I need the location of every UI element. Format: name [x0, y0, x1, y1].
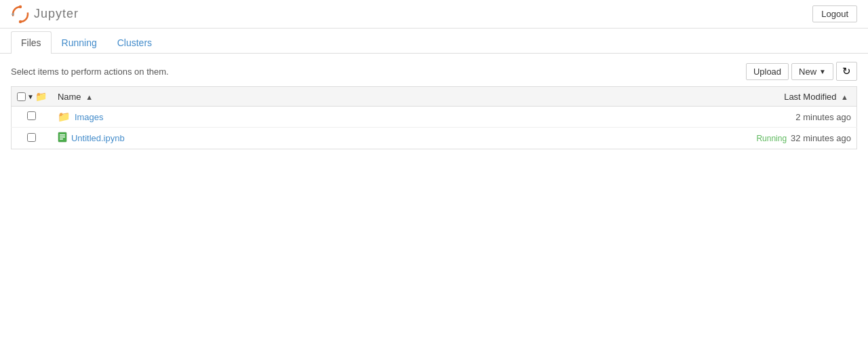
refresh-button[interactable]: ↻ [836, 62, 857, 81]
file-table: ▼ 📁 Name ▲ Last Modified ▲ 📁Images2 minu… [11, 86, 857, 149]
table-row: Untitled.ipynbRunning32 minutes ago [12, 128, 857, 149]
app-name: Jupyter [34, 7, 79, 21]
name-col-label: Name [58, 92, 81, 102]
tab-clusters[interactable]: Clusters [107, 31, 162, 54]
item-name: Untitled.ipynb [71, 133, 125, 143]
new-folder-icon[interactable]: 📁 [35, 91, 47, 102]
row-checkbox-cell [12, 128, 52, 149]
row-modified-cell: 2 minutes ago [751, 107, 856, 128]
new-button[interactable]: New ▼ [791, 63, 833, 80]
table-row: 📁Images2 minutes ago [12, 107, 857, 128]
modified-sort-arrow: ▲ [841, 93, 848, 101]
item-name: Images [75, 112, 104, 122]
table-header-row: ▼ 📁 Name ▲ Last Modified ▲ [12, 87, 857, 107]
refresh-icon: ↻ [842, 65, 851, 77]
svg-rect-6 [60, 138, 63, 140]
folder-link[interactable]: 📁Images [58, 111, 745, 123]
svg-point-0 [19, 5, 22, 7]
logout-button[interactable]: Logout [812, 5, 857, 22]
name-col-header[interactable]: Name ▲ [52, 87, 751, 107]
new-dropdown-arrow: ▼ [819, 68, 826, 75]
tab-files[interactable]: Files [11, 31, 52, 54]
modified-time: 2 minutes ago [795, 112, 851, 122]
modified-col-label: Last Modified [784, 92, 836, 102]
folder-icon: 📁 [58, 111, 71, 123]
notebook-link[interactable]: Untitled.ipynb [58, 132, 745, 145]
name-sort-arrow: ▲ [85, 93, 93, 101]
jupyter-logo-icon [11, 5, 30, 24]
svg-point-1 [19, 20, 22, 22]
row-name-cell: Untitled.ipynb [52, 128, 751, 149]
modified-col-header[interactable]: Last Modified ▲ [751, 87, 856, 107]
select-all-checkbox[interactable] [17, 92, 26, 101]
modified-time: 32 minutes ago [791, 133, 851, 143]
svg-rect-4 [60, 134, 65, 136]
row-modified-cell: Running32 minutes ago [751, 128, 856, 149]
svg-rect-5 [60, 136, 65, 138]
toolbar-hint: Select items to perform actions on them. [11, 67, 169, 77]
toolbar-actions: Upload New ▼ ↻ [746, 62, 857, 81]
upload-button[interactable]: Upload [746, 63, 789, 80]
logo-area: Jupyter [11, 5, 79, 24]
new-label: New [799, 67, 816, 77]
row-name-cell: 📁Images [52, 107, 751, 128]
row-checkbox-cell [12, 107, 52, 128]
notebook-icon [58, 132, 67, 145]
main-content: Select items to perform actions on them.… [0, 54, 868, 158]
header-dropdown-arrow[interactable]: ▼ [27, 93, 34, 100]
row-checkbox[interactable] [27, 111, 36, 120]
toolbar: Select items to perform actions on them.… [11, 62, 857, 81]
row-checkbox[interactable] [27, 133, 36, 142]
running-badge: Running [756, 134, 787, 143]
svg-point-2 [12, 13, 14, 16]
tab-running[interactable]: Running [52, 31, 107, 54]
select-all-header: ▼ 📁 [12, 87, 52, 107]
header: Jupyter Logout [0, 0, 868, 29]
tabs-bar: Files Running Clusters [0, 31, 868, 54]
